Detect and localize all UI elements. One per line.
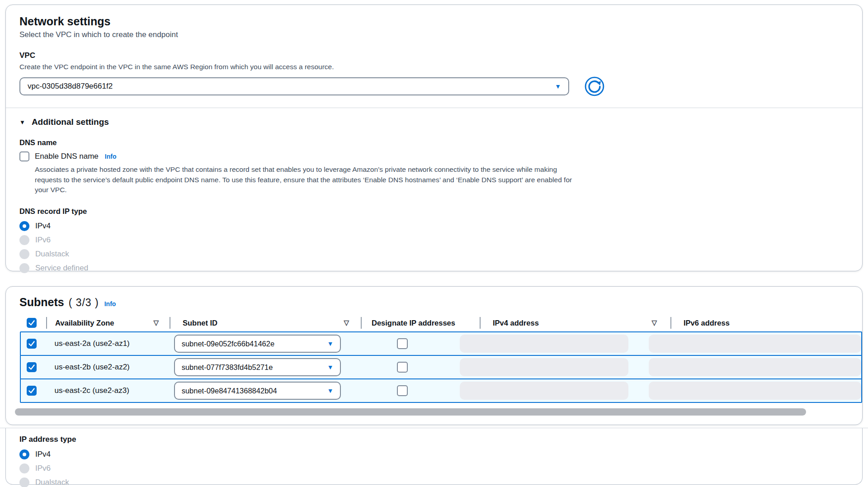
ipv4-address-cell [451, 356, 642, 378]
additional-settings-toggle[interactable]: ▼ Additional settings [19, 117, 849, 127]
network-settings-title: Network settings [19, 15, 849, 28]
sort-icon[interactable]: ▽ [344, 319, 349, 327]
subnet-select-value: subnet-077f7383fd4b5271e [182, 363, 273, 372]
subnet-row-us-east-2a: us-east-2a (use2-az1) subnet-09e052fc66b… [20, 331, 862, 356]
enable-dns-name-text: Enable DNS name [35, 152, 99, 161]
subnets-info-link[interactable]: Info [104, 300, 116, 307]
radio-disabled-icon [19, 235, 29, 245]
radio-disabled-icon [19, 478, 29, 487]
subnet-row-us-east-2c: us-east-2c (use2-az3) subnet-09e84741368… [20, 378, 862, 403]
radio-option-dualstack: Dualstack [19, 478, 849, 487]
vpc-label: VPC [19, 51, 849, 60]
subnet-id-cell: subnet-077f7383fd4b5271e ▼ [161, 356, 341, 378]
column-header-ipv4[interactable]: IPv4 address ▽ [480, 314, 670, 331]
subnet-select-value: subnet-09e052fc66b41462e [182, 340, 275, 348]
column-header-designate-ip: Designate IP addresses [361, 314, 480, 331]
subnet-select-value: subnet-09e84741368842b04 [182, 387, 277, 395]
subnet-select[interactable]: subnet-077f7383fd4b5271e ▼ [174, 358, 341, 376]
radio-selected-icon [19, 449, 29, 459]
ip-address-type-group: IPv4 IPv6 Dualstack [19, 449, 849, 487]
radio-option-ipv6: IPv6 [19, 463, 849, 473]
subnet-id-cell: subnet-09e052fc66b41462e ▼ [161, 332, 341, 355]
column-header-ipv6: IPv6 address [670, 314, 862, 331]
radio-disabled-icon [19, 263, 29, 273]
sort-icon[interactable]: ▽ [651, 319, 657, 327]
column-header-label: IPv4 address [493, 319, 539, 327]
radio-label: IPv4 [35, 222, 51, 231]
chevron-down-icon: ▼ [327, 388, 334, 394]
column-header-label: Subnet ID [183, 319, 217, 327]
column-header-availability-zone[interactable]: Availability Zone ▽ [46, 314, 170, 331]
ipv4-address-field-disabled [460, 358, 628, 376]
chevron-down-icon: ▼ [327, 364, 334, 370]
dns-record-ip-type-group: IPv4 IPv6 Dualstack Service defined [19, 221, 849, 273]
ipv4-address-field-disabled [460, 382, 628, 400]
subnets-count: ( 3/3 ) [69, 297, 99, 309]
refresh-button[interactable] [584, 76, 605, 97]
designate-ip-checkbox[interactable] [397, 338, 408, 349]
subnets-header: Subnets ( 3/3 ) Info [6, 296, 862, 309]
radio-disabled-icon [19, 463, 29, 473]
radio-label: IPv6 [35, 236, 51, 245]
network-settings-subtitle: Select the VPC in which to create the en… [19, 30, 849, 39]
subnets-title: Subnets [19, 296, 64, 309]
row-select-checkbox[interactable] [27, 386, 37, 396]
designate-ip-checkbox[interactable] [397, 362, 408, 373]
ipv6-address-cell [642, 379, 861, 402]
row-select-checkbox[interactable] [27, 339, 37, 349]
sort-icon[interactable]: ▽ [153, 319, 159, 327]
designate-ip-cell [341, 332, 451, 355]
availability-zone-cell: us-east-2a (use2-az1) [45, 332, 160, 355]
designate-ip-cell [341, 356, 451, 378]
row-select-cell [21, 332, 45, 355]
additional-settings-title: Additional settings [32, 117, 109, 127]
row-select-cell [21, 356, 45, 378]
network-settings-card: Network settings Select the VPC in which… [5, 5, 863, 271]
scrollbar-thumb[interactable] [15, 408, 806, 416]
radio-option-service-defined: Service defined [19, 263, 849, 273]
availability-zone-cell: us-east-2b (use2-az2) [45, 356, 160, 378]
column-header-label: IPv6 address [684, 319, 730, 327]
subnet-row-us-east-2b: us-east-2b (use2-az2) subnet-077f7383fd4… [20, 355, 862, 379]
subnets-card: Subnets ( 3/3 ) Info Availability Zone ▽… [5, 286, 863, 425]
column-header-label: Designate IP addresses [372, 319, 455, 327]
radio-label: Dualstack [35, 478, 69, 487]
ipv6-address-field-disabled [649, 358, 861, 376]
radio-option-ipv4[interactable]: IPv4 [19, 221, 849, 231]
dns-name-info-link[interactable]: Info [105, 153, 117, 160]
ipv4-address-cell [451, 379, 642, 402]
radio-label: Dualstack [35, 250, 69, 259]
row-select-cell [21, 379, 45, 402]
horizontal-scrollbar[interactable] [13, 408, 855, 416]
radio-option-ipv4[interactable]: IPv4 [19, 449, 849, 459]
select-all-checkbox[interactable] [27, 318, 37, 328]
chevron-down-icon: ▼ [555, 83, 561, 90]
vpc-select[interactable]: vpc-0305d38d879e661f2 ▼ [19, 77, 569, 95]
dns-name-description: Associates a private hosted zone with th… [35, 165, 580, 195]
radio-option-ipv6: IPv6 [19, 235, 849, 245]
row-select-checkbox[interactable] [27, 362, 37, 372]
refresh-icon [584, 76, 605, 97]
dns-record-ip-type-label: DNS record IP type [19, 207, 849, 216]
subnets-table-header: Availability Zone ▽ Subnet ID ▽ Designat… [20, 314, 862, 331]
section-divider [6, 108, 862, 108]
column-header-subnet-id[interactable]: Subnet ID ▽ [170, 314, 361, 331]
designate-ip-checkbox[interactable] [397, 385, 408, 396]
subnets-table-body: us-east-2a (use2-az1) subnet-09e052fc66b… [20, 331, 862, 403]
ipv6-address-field-disabled [649, 382, 861, 400]
ipv4-address-cell [451, 332, 642, 355]
subnet-select[interactable]: subnet-09e052fc66b41462e ▼ [174, 335, 341, 353]
radio-selected-icon [19, 221, 29, 231]
availability-zone-cell: us-east-2c (use2-az3) [45, 379, 160, 402]
ip-address-type-label: IP address type [19, 435, 849, 444]
subnet-select[interactable]: subnet-09e84741368842b04 ▼ [174, 382, 341, 400]
radio-disabled-icon [19, 249, 29, 259]
radio-label: IPv6 [35, 464, 51, 473]
ipv6-address-cell [642, 332, 861, 355]
vpc-description: Create the VPC endpoint in the VPC in th… [19, 62, 849, 71]
select-all-cell [20, 314, 46, 331]
enable-dns-name-checkbox[interactable] [19, 151, 29, 161]
ip-address-type-card: IP address type IPv4 IPv6 Dualstack [5, 428, 863, 485]
radio-label: Service defined [35, 264, 88, 273]
column-header-label: Availability Zone [55, 319, 114, 327]
